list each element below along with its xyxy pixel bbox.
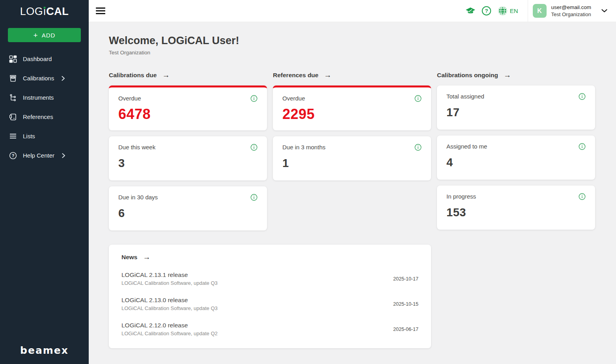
section-header: Calibrations due → [109, 71, 267, 79]
arrow-right-icon[interactable]: → [504, 71, 511, 79]
sidebar-item-label: Help Center [23, 152, 54, 159]
news-item-title: LOGiCAL 2.13.0 release [121, 297, 218, 304]
sidebar-item-instruments[interactable]: Instruments [0, 88, 89, 107]
stat-card-value: 153 [446, 206, 586, 219]
info-icon[interactable] [414, 144, 422, 151]
page-subtitle: Test Organization [109, 50, 616, 56]
logo-text-prefix: LOG [20, 6, 43, 18]
stat-card-label: Overdue [282, 95, 305, 102]
sidebar-item-references[interactable]: References [0, 107, 89, 126]
chevron-right-icon [62, 76, 65, 81]
info-icon[interactable] [414, 95, 422, 102]
section-calibrations-ongoing: Calibrations ongoing → Total assigned 17… [437, 71, 595, 236]
stat-card-label: Due this week [118, 144, 155, 150]
news-item-title: LOGiCAL 2.13.1 release [121, 271, 218, 279]
stat-card-due-this-week[interactable]: Due this week 3 [109, 136, 267, 180]
stat-card-in-progress[interactable]: In progress 153 [437, 186, 595, 230]
sidebar-item-dashboard[interactable]: Dashboard [0, 49, 89, 69]
news-item-date: 2025-10-15 [393, 301, 418, 307]
news-item[interactable]: LOGiCAL 2.12.0 release LOGiCAL Calibrati… [121, 322, 418, 336]
info-icon[interactable] [250, 194, 258, 201]
info-icon[interactable] [579, 93, 586, 100]
section-title: Calibrations due [109, 72, 157, 79]
logo-i-dot-icon [44, 7, 46, 9]
stat-card-label: Overdue [118, 95, 141, 102]
add-button[interactable]: + ADD [8, 28, 81, 42]
topbar-right: ? EN K user@email.com Test Organization [465, 0, 616, 22]
sidebar-item-label: Lists [23, 133, 35, 139]
sidebar-item-help-center[interactable]: ? Help Center [0, 146, 89, 165]
stat-card-total-assigned[interactable]: Total assigned 17 [437, 85, 595, 130]
stat-card-label: Due in 30 days [118, 194, 158, 201]
news-card: News → LOGiCAL 2.13.1 release LOGiCAL Ca… [109, 245, 431, 348]
logo-text-i: ı [43, 6, 46, 18]
info-icon[interactable] [250, 144, 258, 151]
stat-card-value: 4 [446, 156, 586, 169]
stat-card-calibrations-overdue[interactable]: Overdue 6478 [109, 85, 267, 130]
news-title: News [121, 254, 138, 261]
user-email: user@email.com [551, 4, 591, 11]
stat-card-label: Total assigned [446, 93, 484, 100]
news-item-subtitle: LOGiCAL Calibration Software, update Q2 [121, 331, 218, 336]
arrow-right-icon[interactable]: → [143, 253, 151, 261]
stat-card-value: 6478 [118, 106, 258, 123]
learning-graduation-cap-icon[interactable] [465, 6, 476, 16]
logo-text-suffix: CAL [46, 6, 69, 18]
news-item-texts: LOGiCAL 2.12.0 release LOGiCAL Calibrati… [121, 322, 218, 336]
beamex-logo: beamex [20, 345, 69, 356]
news-item-subtitle: LOGiCAL Calibration Software, update Q3 [121, 280, 218, 286]
menu-toggle-button[interactable] [96, 7, 105, 14]
user-organization: Test Organization [551, 11, 591, 18]
stat-card-assigned-to-me[interactable]: Assigned to me 4 [437, 136, 595, 180]
topbar: ? EN K user@email.com Test Organization [89, 0, 616, 22]
news-item[interactable]: LOGiCAL 2.13.1 release LOGiCAL Calibrati… [121, 271, 418, 286]
stat-card-label: Assigned to me [446, 143, 487, 150]
language-selector[interactable]: EN [498, 6, 518, 16]
arrow-right-icon[interactable]: → [162, 71, 170, 79]
chevron-right-icon [62, 153, 65, 158]
sidebar-item-lists[interactable]: Lists [0, 126, 89, 146]
section-title: References due [273, 72, 318, 79]
info-icon[interactable] [250, 95, 258, 102]
arrow-right-icon[interactable]: → [324, 71, 331, 79]
user-texts: user@email.com Test Organization [551, 4, 591, 18]
help-icon: ? [9, 152, 17, 160]
stat-card-value: 3 [118, 157, 258, 170]
news-item-title: LOGiCAL 2.12.0 release [121, 322, 218, 329]
stat-card-label: In progress [446, 193, 476, 200]
section-header: Calibrations ongoing → [437, 71, 595, 79]
lists-icon [9, 132, 17, 140]
stat-columns: Calibrations due → Overdue 6478 Due this… [109, 71, 616, 236]
avatar: K [533, 4, 547, 18]
language-label: EN [510, 7, 518, 14]
news-item-date: 2025-06-17 [393, 327, 418, 332]
help-question-icon[interactable]: ? [482, 6, 492, 16]
stat-card-due-in-30-days[interactable]: Due in 30 days 6 [109, 186, 267, 230]
reference-device-icon [9, 113, 17, 121]
stat-card-references-overdue[interactable]: Overdue 2295 [273, 85, 431, 130]
user-menu[interactable]: K user@email.com Test Organization [528, 0, 616, 22]
calibrator-icon [9, 74, 17, 82]
sidebar-nav: Dashboard Calibrations Instruments Refer… [0, 46, 89, 165]
news-item-subtitle: LOGiCAL Calibration Software, update Q3 [121, 305, 218, 311]
info-icon[interactable] [579, 143, 586, 150]
news-item[interactable]: LOGiCAL 2.13.0 release LOGiCAL Calibrati… [121, 297, 418, 311]
news-item-texts: LOGiCAL 2.13.1 release LOGiCAL Calibrati… [121, 271, 218, 286]
stat-card-value: 17 [446, 106, 586, 119]
svg-text:?: ? [485, 8, 488, 14]
stat-card-due-in-3-months[interactable]: Due in 3 months 1 [273, 136, 431, 180]
main-content: Welcome, LOGiCAL User! Test Organization… [89, 22, 616, 364]
news-header: News → [121, 253, 418, 261]
sidebar-item-label: Instruments [23, 94, 54, 101]
sidebar-item-calibrations[interactable]: Calibrations [0, 69, 89, 88]
add-button-label: ADD [42, 32, 56, 39]
svg-text:?: ? [12, 153, 15, 158]
logical-logo: LOGıCAL [0, 0, 89, 23]
info-icon[interactable] [579, 193, 586, 200]
sidebar-item-label: Calibrations [23, 75, 54, 82]
section-calibrations-due: Calibrations due → Overdue 6478 Due this… [109, 71, 267, 236]
stat-card-value: 6 [118, 207, 258, 220]
page-title: Welcome, LOGiCAL User! [109, 35, 616, 47]
stat-card-value: 1 [282, 157, 422, 170]
sidebar-footer: beamex [0, 345, 89, 364]
